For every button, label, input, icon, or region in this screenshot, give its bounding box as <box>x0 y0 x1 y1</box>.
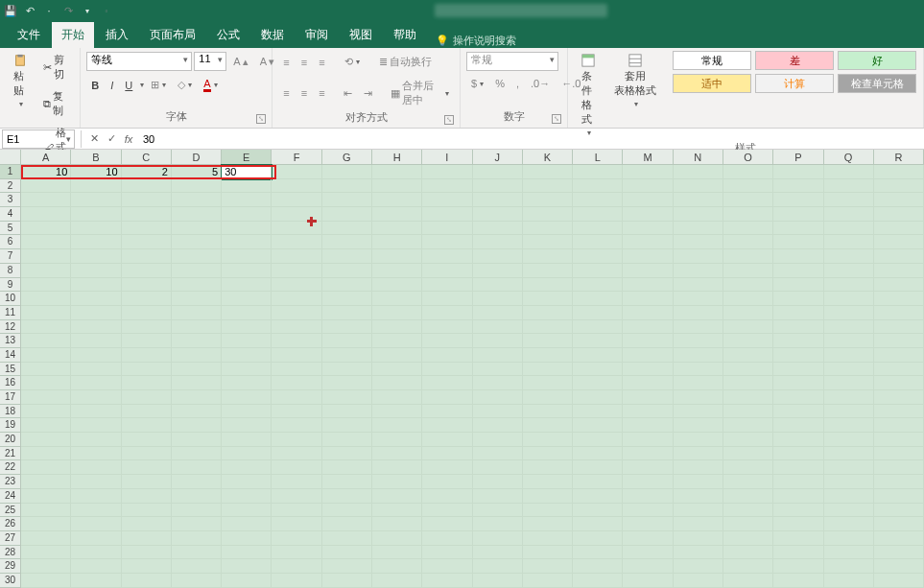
column-header-A[interactable]: A <box>21 150 71 165</box>
cell-H7[interactable] <box>372 249 422 264</box>
cell-L8[interactable] <box>573 264 623 278</box>
cell-R11[interactable] <box>874 306 924 320</box>
cell-Q26[interactable] <box>824 517 874 531</box>
cell-E3[interactable] <box>222 193 272 207</box>
cell-R7[interactable] <box>874 249 924 264</box>
cell-B7[interactable] <box>71 249 121 264</box>
cell-A28[interactable] <box>21 546 71 560</box>
border-button[interactable]: ⊞▾ <box>146 76 171 94</box>
cell-K29[interactable] <box>523 559 573 574</box>
cell-O16[interactable] <box>723 376 773 390</box>
cell-D27[interactable] <box>172 531 222 546</box>
row-header-12[interactable]: 12 <box>0 320 21 335</box>
cell-F3[interactable] <box>272 193 321 207</box>
cell-N12[interactable] <box>674 320 723 335</box>
cell-Q28[interactable] <box>824 546 874 560</box>
cell-Q15[interactable] <box>824 363 874 377</box>
cell-R4[interactable] <box>874 207 924 222</box>
cell-D17[interactable] <box>172 390 222 405</box>
cell-L27[interactable] <box>573 531 623 546</box>
cell-O17[interactable] <box>723 390 773 405</box>
row-header-16[interactable]: 16 <box>0 376 21 390</box>
cell-H21[interactable] <box>372 447 422 461</box>
row-header-3[interactable]: 3 <box>0 193 21 207</box>
cell-C11[interactable] <box>122 306 172 320</box>
cell-G17[interactable] <box>322 390 372 405</box>
cell-C18[interactable] <box>122 405 172 419</box>
cell-K4[interactable] <box>523 207 573 222</box>
cell-C1[interactable]: 2 <box>122 165 172 179</box>
cell-K3[interactable] <box>523 193 573 207</box>
cell-B27[interactable] <box>71 531 121 546</box>
tab-formulas[interactable]: 公式 <box>207 22 249 48</box>
cell-H18[interactable] <box>372 405 422 419</box>
cell-H9[interactable] <box>372 278 422 293</box>
cell-E13[interactable] <box>222 334 272 348</box>
decrease-indent-button[interactable]: ⇤ <box>339 84 357 103</box>
qat-dropdown-icon[interactable]: ▾ <box>81 4 94 17</box>
cell-A29[interactable] <box>21 559 71 574</box>
cell-D9[interactable] <box>172 278 222 293</box>
row-header-30[interactable]: 30 <box>0 574 21 588</box>
cell-H28[interactable] <box>372 546 422 560</box>
tab-help[interactable]: 帮助 <box>384 22 426 48</box>
cell-L23[interactable] <box>573 475 623 489</box>
cell-K9[interactable] <box>523 278 573 293</box>
cell-A30[interactable] <box>21 574 71 588</box>
cell-J23[interactable] <box>473 475 523 489</box>
cell-B12[interactable] <box>71 320 121 335</box>
cell-Q6[interactable] <box>824 235 874 249</box>
cell-B19[interactable] <box>71 418 121 433</box>
cell-A10[interactable] <box>21 292 71 306</box>
cell-C20[interactable] <box>122 433 172 447</box>
cell-J5[interactable] <box>473 222 523 236</box>
cell-A4[interactable] <box>21 207 71 222</box>
cell-J7[interactable] <box>473 249 523 264</box>
qat-more-icon[interactable]: ▫ <box>100 4 113 17</box>
cell-P14[interactable] <box>773 348 823 363</box>
cell-K11[interactable] <box>523 306 573 320</box>
cancel-edit-button[interactable]: ✕ <box>85 132 103 145</box>
cell-Q2[interactable] <box>824 179 874 194</box>
cell-H2[interactable] <box>372 179 422 194</box>
column-header-H[interactable]: H <box>372 150 422 165</box>
cell-M30[interactable] <box>623 574 673 588</box>
accounting-format-button[interactable]: $▾ <box>466 75 488 92</box>
cell-K8[interactable] <box>523 264 573 278</box>
cell-O22[interactable] <box>723 460 773 475</box>
cell-F1[interactable] <box>272 165 321 179</box>
row-header-15[interactable]: 15 <box>0 363 21 377</box>
cell-O12[interactable] <box>723 320 773 335</box>
cell-Q18[interactable] <box>824 405 874 419</box>
cell-M26[interactable] <box>623 517 673 531</box>
cell-F18[interactable] <box>272 405 321 419</box>
cell-K30[interactable] <box>523 574 573 588</box>
cell-J8[interactable] <box>473 264 523 278</box>
cell-style-check[interactable]: 检查单元格 <box>838 74 916 93</box>
cell-D19[interactable] <box>172 418 222 433</box>
row-header-25[interactable]: 25 <box>0 504 21 518</box>
cell-F9[interactable] <box>272 278 321 293</box>
row-header-14[interactable]: 14 <box>0 348 21 363</box>
cell-B14[interactable] <box>71 348 121 363</box>
cell-P5[interactable] <box>773 222 823 236</box>
cell-E5[interactable] <box>222 222 272 236</box>
cell-A9[interactable] <box>21 278 71 293</box>
cell-M21[interactable] <box>623 447 673 461</box>
cell-I10[interactable] <box>422 292 472 306</box>
redo-icon[interactable]: ↷ <box>61 4 75 17</box>
cell-A7[interactable] <box>21 249 71 264</box>
cell-Q10[interactable] <box>824 292 874 306</box>
row-header-9[interactable]: 9 <box>0 278 21 293</box>
cell-A20[interactable] <box>21 433 71 447</box>
cell-O23[interactable] <box>723 475 773 489</box>
column-header-E[interactable]: E <box>222 150 272 165</box>
cell-O5[interactable] <box>723 222 773 236</box>
cell-E4[interactable] <box>222 207 272 222</box>
cell-G8[interactable] <box>322 264 372 278</box>
cell-B17[interactable] <box>71 390 121 405</box>
cell-P17[interactable] <box>773 390 823 405</box>
cell-G18[interactable] <box>322 405 372 419</box>
cell-O8[interactable] <box>723 264 773 278</box>
cell-N29[interactable] <box>674 559 723 574</box>
